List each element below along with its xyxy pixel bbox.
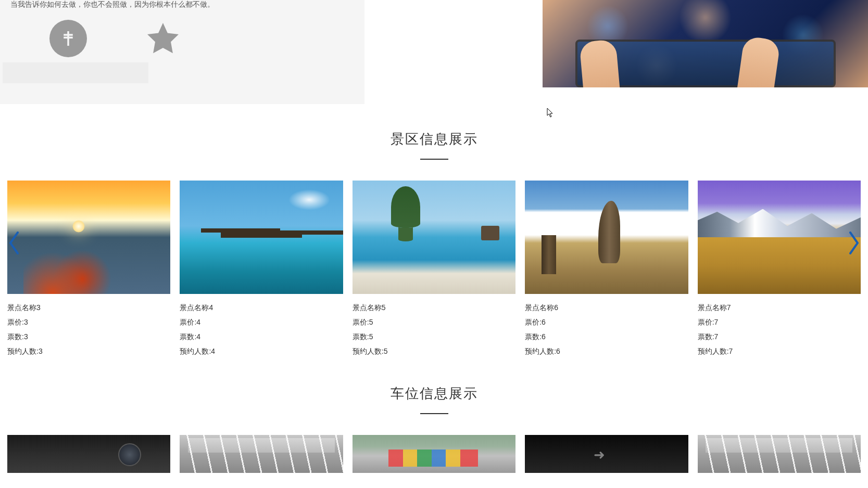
title-underline [420,159,448,160]
parking-track [7,435,861,473]
parking-section-title: 车位信息展示 [0,384,868,403]
scenic-count: 票数:6 [525,329,688,344]
scenic-price: 票价:3 [7,315,170,329]
scenic-name: 景点名称7 [698,300,861,315]
scenic-card-info: 景点名称3 票价:3 票数:3 预约人数:3 [7,294,170,358]
scenic-next-button[interactable] [844,227,863,259]
top-text: 当我告诉你如何去做，你也不会照做，因为你根本什么都不做。 [0,0,364,17]
scenic-carousel: 景点名称3 票价:3 票数:3 预约人数:3 景点名称4 票价:4 票数:4 预… [0,181,868,358]
top-left-panel: 当我告诉你如何去做，你也不会照做，因为你根本什么都不做。 [0,0,364,104]
scenic-name: 景点名称6 [525,300,688,315]
parking-image [525,435,688,473]
scenic-image [180,181,343,294]
icon-row [0,17,364,57]
parking-image [353,435,515,473]
parking-card[interactable] [525,435,688,473]
parking-card[interactable] [698,435,861,473]
currency-icon[interactable] [49,20,87,57]
scenic-booked: 预约人数:7 [698,344,861,358]
scenic-track: 景点名称3 票价:3 票数:3 预约人数:3 景点名称4 票价:4 票数:4 预… [7,181,861,358]
scenic-section-title: 景区信息展示 [0,130,868,148]
scenic-count: 票数:7 [698,329,861,344]
scenic-card-4[interactable]: 景点名称4 票价:4 票数:4 预约人数:4 [180,181,343,358]
top-section: 当我告诉你如何去做，你也不会照做，因为你根本什么都不做。 [0,0,868,104]
parking-image [698,435,861,473]
parking-carousel [0,435,868,473]
scenic-count: 票数:5 [353,329,515,344]
hero-image [543,0,868,87]
scenic-name: 景点名称3 [7,300,170,315]
scenic-image [698,181,861,294]
scenic-name: 景点名称4 [180,300,343,315]
scenic-price: 票价:4 [180,315,343,329]
parking-card[interactable] [180,435,343,473]
scenic-card-info: 景点名称5 票价:5 票数:5 预约人数:5 [353,294,515,358]
scenic-name: 景点名称5 [353,300,515,315]
scenic-price: 票价:5 [353,315,515,329]
scenic-image [7,181,170,294]
parking-card[interactable] [7,435,170,473]
title-underline [420,413,448,414]
parking-card[interactable] [353,435,515,473]
star-icon[interactable] [144,20,182,57]
scenic-count: 票数:3 [7,329,170,344]
scenic-booked: 预约人数:4 [180,344,343,358]
parking-image [180,435,343,473]
scenic-booked: 预约人数:3 [7,344,170,358]
scenic-image [525,181,688,294]
scenic-count: 票数:4 [180,329,343,344]
scenic-image [353,181,515,294]
scenic-card-5[interactable]: 景点名称5 票价:5 票数:5 预约人数:5 [353,181,515,358]
scenic-card-3[interactable]: 景点名称3 票价:3 票数:3 预约人数:3 [7,181,170,358]
scenic-price: 票价:7 [698,315,861,329]
scenic-card-7[interactable]: 景点名称7 票价:7 票数:7 预约人数:7 [698,181,861,358]
scenic-card-info: 景点名称4 票价:4 票数:4 预约人数:4 [180,294,343,358]
scenic-booked: 预约人数:6 [525,344,688,358]
scenic-booked: 预约人数:5 [353,344,515,358]
cursor-icon [547,108,554,119]
scenic-prev-button[interactable] [5,227,24,259]
parking-image [7,435,170,473]
scenic-card-6[interactable]: 景点名称6 票价:6 票数:6 预约人数:6 [525,181,688,358]
bottom-bar [3,62,148,83]
scenic-card-info: 景点名称7 票价:7 票数:7 预约人数:7 [698,294,861,358]
scenic-price: 票价:6 [525,315,688,329]
scenic-card-info: 景点名称6 票价:6 票数:6 预约人数:6 [525,294,688,358]
